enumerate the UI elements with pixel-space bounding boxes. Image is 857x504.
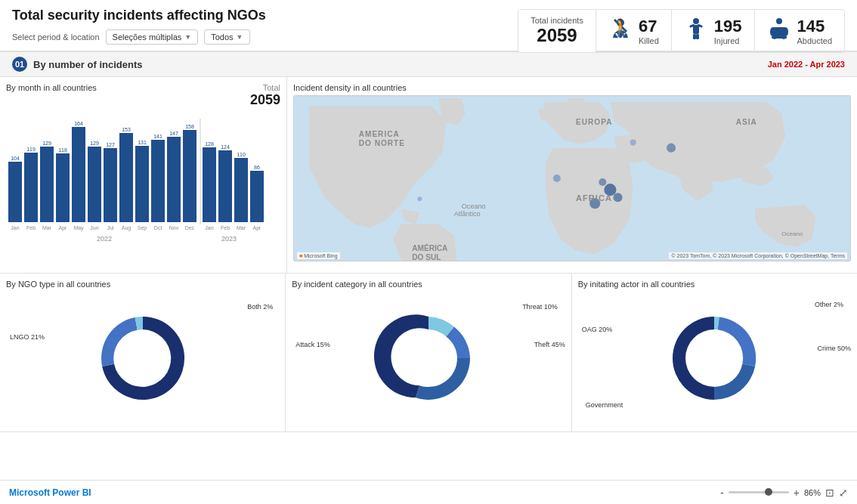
chevron-down-icon: ▼ <box>237 33 243 41</box>
svg-rect-46 <box>183 130 196 222</box>
svg-text:ASIA: ASIA <box>736 118 757 126</box>
footer: Microsoft Power BI - + 86% ⊡ ⤢ <box>0 480 857 504</box>
fullscreen-icon[interactable]: ⤢ <box>839 487 848 499</box>
svg-text:86: 86 <box>254 165 260 170</box>
svg-point-72 <box>417 196 422 201</box>
svg-rect-13 <box>8 162 22 222</box>
actor-label-oag: OAG 20% <box>582 326 613 333</box>
svg-rect-16 <box>24 153 38 222</box>
svg-rect-19 <box>40 147 54 222</box>
svg-text:131: 131 <box>138 140 147 145</box>
svg-text:128: 128 <box>205 141 214 147</box>
actor-chart: By initating actor in all countries Othe… <box>572 274 857 431</box>
svg-text:127: 127 <box>106 142 115 147</box>
svg-text:Jan: Jan <box>205 225 213 230</box>
actor-label-other: Other 2% <box>815 301 843 308</box>
svg-text:Oceano: Oceano <box>781 230 803 237</box>
svg-text:Nov: Nov <box>169 225 179 230</box>
svg-rect-25 <box>72 127 85 222</box>
ngo-donut-svg <box>82 298 203 419</box>
svg-text:May: May <box>73 225 84 231</box>
svg-point-84 <box>406 335 451 381</box>
svg-rect-28 <box>88 147 101 222</box>
map-container[interactable]: AMERICA DO NORTE EUROPA ASIA Oceano Atlâ… <box>293 95 851 261</box>
svg-text:119: 119 <box>26 147 36 152</box>
svg-text:Jul: Jul <box>107 225 114 230</box>
svg-rect-59 <box>250 171 264 222</box>
abducted-icon <box>767 17 791 46</box>
date-range: Jan 2022 - Apr 2023 <box>768 60 845 69</box>
zoom-plus-btn[interactable]: + <box>794 487 800 499</box>
svg-text:Apr: Apr <box>253 225 262 231</box>
section-header: 01 By number of incidents Jan 2022 - Apr… <box>0 51 857 77</box>
svg-rect-50 <box>203 147 216 222</box>
map-panel: Incident density in all countries <box>287 77 857 273</box>
stats-bar: Total incidents 2059 🚶 <box>518 9 845 53</box>
svg-point-5 <box>693 18 699 24</box>
chevron-down-icon: ▼ <box>184 33 191 41</box>
svg-point-70 <box>667 144 676 153</box>
map-attribution: ■ Microsoft Bing <box>297 252 340 259</box>
svg-text:2022: 2022 <box>97 235 112 243</box>
bar-chart-svg: 104 Jan 119 Feb 129 Mar 118 Apr <box>6 111 278 255</box>
svg-text:Oct: Oct <box>154 225 162 230</box>
zoom-percentage: 86% <box>804 488 821 497</box>
actor-donut-svg <box>654 298 775 419</box>
svg-text:124: 124 <box>221 144 230 150</box>
svg-rect-40 <box>151 140 165 222</box>
svg-rect-9 <box>693 34 696 39</box>
svg-rect-12 <box>772 36 787 39</box>
svg-text:Jun: Jun <box>90 225 98 230</box>
svg-rect-31 <box>104 148 117 222</box>
svg-text:129: 129 <box>90 141 99 146</box>
svg-text:110: 110 <box>237 152 246 157</box>
svg-point-85 <box>691 335 737 381</box>
bar-chart-panel: By month in all countries Total 2059 104… <box>0 77 287 273</box>
category-donut-svg <box>368 298 489 419</box>
powerbi-link[interactable]: Microsoft Power BI <box>9 487 91 498</box>
injured-stat: 195 Injured <box>672 10 755 52</box>
actor-label-crime: Crime 50% <box>817 345 851 352</box>
svg-rect-22 <box>56 153 70 222</box>
ngo-type-chart: By NGO type in all countries Both 2% LNG… <box>0 274 286 431</box>
svg-point-68 <box>553 175 561 182</box>
svg-text:AFRICA: AFRICA <box>576 193 612 203</box>
svg-text:EUROPA: EUROPA <box>576 118 612 126</box>
svg-text:141: 141 <box>153 134 162 139</box>
fit-page-icon[interactable]: ⊡ <box>825 487 834 499</box>
svg-text:DO NORTE: DO NORTE <box>359 139 405 147</box>
ngo-label-both: Both 2% <box>247 303 273 311</box>
svg-text:Mar: Mar <box>42 225 52 230</box>
svg-point-83 <box>120 335 166 381</box>
category-chart: By incident category in all countries <box>286 274 571 431</box>
multi-select-filter[interactable]: Seleções múltiplas ▼ <box>106 29 199 45</box>
zoom-slider[interactable] <box>729 491 789 493</box>
actor-label-gov: Government <box>586 401 623 409</box>
svg-text:Atlântico: Atlântico <box>454 210 481 218</box>
svg-text:2023: 2023 <box>221 235 237 243</box>
filter-label: Select period & location <box>12 32 100 42</box>
abducted-stat: 145 Abducted <box>755 10 844 52</box>
svg-point-11 <box>776 18 782 24</box>
zoom-minus-btn[interactable]: - <box>720 487 724 499</box>
svg-text:Dec: Dec <box>185 225 195 230</box>
svg-text:Jan: Jan <box>11 225 19 230</box>
injured-icon <box>684 17 708 46</box>
location-filter[interactable]: Todos ▼ <box>204 29 249 45</box>
svg-text:Mar: Mar <box>237 225 246 230</box>
svg-text:Aug: Aug <box>122 225 131 231</box>
total-incidents-box: Total incidents 2059 <box>518 10 596 52</box>
svg-text:DO SUL: DO SUL <box>412 253 441 261</box>
svg-text:164: 164 <box>74 121 83 126</box>
map-title: Incident density in all countries <box>293 83 851 92</box>
killed-stat: 🚶 67 Killed <box>596 10 672 52</box>
svg-text:Feb: Feb <box>26 225 36 230</box>
svg-text:Oceano: Oceano <box>462 203 486 210</box>
svg-rect-53 <box>218 150 232 222</box>
category-label-attack: Attack 15% <box>295 341 330 348</box>
svg-rect-10 <box>696 34 699 39</box>
svg-rect-56 <box>234 158 248 222</box>
svg-text:Feb: Feb <box>221 225 230 230</box>
map-copyright: © 2023 TomTom, © 2023 Microsoft Corporat… <box>669 252 847 259</box>
bar-chart-title: By month in all countries <box>6 83 97 92</box>
